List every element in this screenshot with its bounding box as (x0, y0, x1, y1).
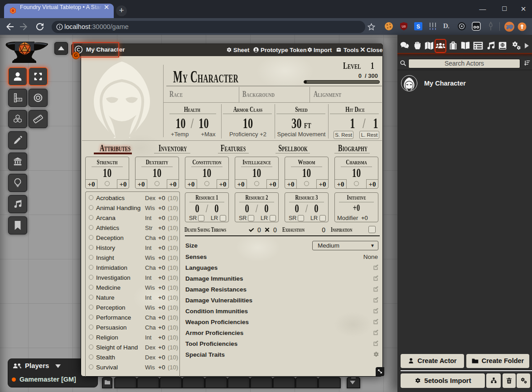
svg-text:20: 20 (23, 48, 26, 50)
svg-text:U0: U0 (402, 25, 406, 28)
svg-text:S: S (416, 24, 420, 30)
